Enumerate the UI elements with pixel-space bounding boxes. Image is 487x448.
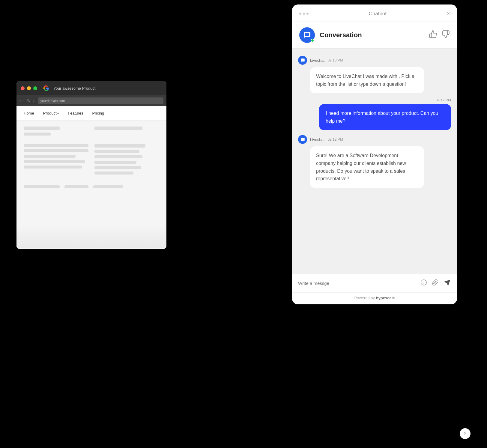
traffic-red <box>21 86 25 90</box>
traffic-green <box>33 86 37 90</box>
bot-avatar-1 <box>298 56 307 65</box>
emoji-icon <box>420 279 427 286</box>
chatbot-footer: Powered by hypescale <box>292 292 457 304</box>
nav-pricing[interactable]: Pricing <box>92 111 104 115</box>
browser-content: Home Product Features Pricing <box>16 106 166 249</box>
chatbot-header: Chatbot × <box>292 4 457 22</box>
user-time-1: 02:12 PM <box>436 98 451 102</box>
dot-2 <box>303 13 305 15</box>
svg-point-0 <box>421 280 426 285</box>
header-dots <box>299 13 309 15</box>
google-logo <box>43 85 49 91</box>
nav-product[interactable]: Product <box>43 111 59 115</box>
bot-chat-icon-2 <box>300 137 305 142</box>
conversation-title: Conversation <box>320 31 424 39</box>
bot-bubble-2: Sure! We are a Software Development comp… <box>310 146 424 188</box>
emoji-button[interactable] <box>420 279 427 287</box>
bot-message-2: Livechat 02:12 PM Sure! We are a Softwar… <box>298 135 451 188</box>
online-indicator <box>311 39 314 42</box>
site-nav: Home Product Features Pricing <box>16 106 166 121</box>
msg-time-2: 02:12 PM <box>327 137 343 142</box>
url-text: yourdomain.com <box>40 99 65 103</box>
send-button[interactable] <box>443 279 451 288</box>
sender-name-1: Livechat <box>310 58 324 63</box>
chat-icon <box>303 31 311 39</box>
agent-avatar-container <box>299 27 315 43</box>
sender-name-2: Livechat <box>310 137 324 142</box>
dot-1 <box>299 13 301 15</box>
refresh-btn[interactable]: ↻ <box>27 98 31 103</box>
address-bar[interactable]: yourdomain.com <box>38 97 163 104</box>
attach-icon <box>432 279 438 286</box>
bot-avatar-2 <box>298 135 307 144</box>
browser-mockup: Your awsesome Product ‹ › ↻ ⌂ yourdomain… <box>16 81 166 249</box>
home-btn[interactable]: ⌂ <box>33 98 35 103</box>
nav-features[interactable]: Features <box>68 111 83 115</box>
conversation-header: Conversation <box>292 22 457 49</box>
chatbot-title: Chatbot <box>369 11 387 17</box>
bot-message-1: Livechat 02:10 PM Welcome to LiveChat I … <box>298 56 451 93</box>
brand-name: hypescale <box>376 296 395 300</box>
chat-input-area <box>292 274 457 292</box>
thumbs-down-icon <box>441 30 450 38</box>
bot-bubble-1: Welcome to LiveChat I was made with . Pi… <box>310 67 424 93</box>
corner-close-button[interactable]: × <box>460 428 471 439</box>
msg-time-1: 02:10 PM <box>327 58 343 62</box>
browser-nav-bar: ‹ › ↻ ⌂ yourdomain.com <box>16 95 166 106</box>
user-bubble-1: I need more information about your produ… <box>319 104 451 130</box>
thumbs-up-button[interactable] <box>429 30 437 40</box>
back-btn[interactable]: ‹ <box>19 98 21 103</box>
chat-messages: Livechat 02:10 PM Welcome to LiveChat I … <box>292 49 457 274</box>
attach-button[interactable] <box>432 279 438 287</box>
browser-title: Your awsesome Product <box>53 86 95 91</box>
browser-titlebar: Your awsesome Product <box>16 81 166 95</box>
chatbot-window: Chatbot × Conversation <box>292 4 457 304</box>
chat-input[interactable] <box>298 281 416 286</box>
bot-chat-icon-1 <box>300 58 305 63</box>
sender-row-1: Livechat 02:10 PM <box>298 56 451 65</box>
nav-home[interactable]: Home <box>24 111 34 115</box>
powered-by-text: Powered by <box>354 296 376 300</box>
forward-btn[interactable]: › <box>23 98 25 103</box>
sender-row-2: Livechat 02:12 PM <box>298 135 451 144</box>
site-content <box>16 121 166 248</box>
dot-3 <box>306 13 309 15</box>
thumbs-up-icon <box>429 30 437 38</box>
chatbot-close-button[interactable]: × <box>447 10 450 17</box>
thumbs-down-button[interactable] <box>441 30 450 40</box>
traffic-yellow <box>27 86 31 90</box>
feedback-buttons <box>429 30 450 40</box>
send-icon <box>443 279 451 287</box>
user-message-1: 02:12 PM I need more information about y… <box>298 98 451 130</box>
